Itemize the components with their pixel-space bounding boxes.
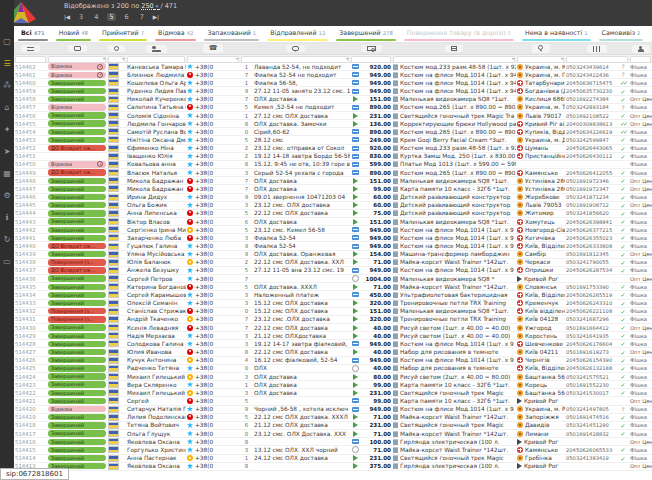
filter-input-phone-column[interactable]: ▾ [187,56,239,63]
order-total: 151.00 [361,95,392,103]
tab-4[interactable]: Відмова42 [151,26,200,42]
phone-column[interactable]: ☎ [186,43,240,54]
filter-input-order-id-column[interactable] [15,56,46,63]
filter-input-product-column[interactable]: ▾ [393,56,515,63]
status-badge: Завершений [48,381,106,387]
address-column[interactable] [516,43,565,54]
phone-cell: +38(0 [186,169,240,177]
reports-icon[interactable]: ▦ [0,162,14,184]
chevron-down-icon: ▾ [156,3,159,9]
tracking-number: 20450626398841 [565,217,617,225]
calls-count: 8 [240,120,253,128]
tab-5[interactable]: Запакований1 [200,26,263,42]
filter-input-customer-column[interactable] [127,56,185,63]
customers-icon[interactable]: ⁂ [0,74,14,96]
ukrposhta-icon [517,178,523,184]
filter-input-manager-column[interactable] [630,56,651,63]
cart-icon[interactable]: ✦ [0,118,14,140]
pager-page-3[interactable]: 3 [77,13,85,21]
manager-note: ОЛХ доставка [253,185,350,193]
product-name: Платье Мод 1013 (1шт. x 599.00 = 599 [400,161,516,167]
amount-column[interactable] [350,43,392,54]
manager-note: ОЛХ доставка [253,95,350,103]
filter-input-status-column[interactable]: ▾ [48,56,106,63]
ukraine-flag-icon [108,226,119,233]
order-id-column[interactable] [14,43,47,54]
orders-icon[interactable]: ☰ [0,52,14,74]
page-size-dropdown[interactable]: 250 ▾ [141,2,160,10]
pager-last-icon[interactable]: ▶| [153,14,159,20]
comment-column[interactable] [240,43,350,54]
phone-cell: +38(0 [186,234,240,242]
pager-first-icon[interactable]: |◀ [64,14,70,20]
pager-page-5[interactable]: 5 [107,13,115,21]
filter-input-address-column[interactable]: ▾ [517,56,564,63]
filter-cell-call-column: ▾ [107,55,126,62]
product-cell: Костюм на флисе Мод.1014 (1шт. x 9 [392,266,516,274]
tracking-number: 0503241451290 [565,421,617,429]
phone-number: +38(0 [195,72,213,78]
product-name: Костюм мод.265 (1шт. x 890.00 = 890.00) [400,104,516,110]
ukraine-flag-icon [108,128,119,135]
filter-input-tracking-column[interactable] [566,56,628,63]
tab-9[interactable]: Нема в наявності1 [518,26,595,42]
address-cell: Коростень [516,332,565,340]
tab-underline [56,39,91,41]
tracking-column[interactable] [565,43,629,54]
tab-1[interactable]: Всі471 [14,26,52,42]
payments-icon[interactable]: ▭ [0,250,14,272]
campaigns-icon[interactable]: ➤ [0,140,14,162]
filter-input-comment-column[interactable]: ▾ [241,56,349,63]
tab-10[interactable]: Самовивіз2 [595,26,648,42]
sync-icon[interactable]: ↻ [0,228,14,250]
product-cell: Костюм мод.233 разм.48-58 (1шт. x 920.00 [392,63,516,71]
status-cell: Завершений [47,128,107,136]
country-cell [107,454,126,462]
product-column[interactable] [392,43,516,54]
table-row[interactable]: 514413ЗавершенийЯковлева Оксана+38(08375… [14,463,652,471]
tab-8[interactable]: Повернення товару (в дорозі)0 [400,26,518,42]
product-cell: Светящийся гоночный трек Magic [392,421,516,429]
status-badge: Завершений [48,447,106,453]
calls-count: 6 [240,217,253,225]
phone-number: +38(0 [195,398,213,404]
pager-page-7[interactable]: 7 [138,13,146,21]
vodafone-icon [187,235,193,241]
tab-3[interactable]: Прийнятий7 [95,26,151,42]
filter-input-call-column[interactable]: ▾ [108,56,125,63]
tab-6[interactable]: Відправлений12 [263,26,332,42]
check-icon: ✓ [617,283,629,291]
product-name: Гирлянда электрическая (100 л. [400,463,499,469]
delivery-address: Київ, Відділення 8 [525,292,565,298]
info-icon[interactable]: ℹ [0,206,14,228]
phone-cell: +38(0 [186,87,240,95]
ukraine-flag-icon [108,463,119,470]
order-total: 40.00 [361,348,392,356]
product-cell: Маленькая видеокамера SQ8 * [392,275,516,283]
call-column[interactable] [107,43,126,54]
delivery-address: Давидів [525,422,549,428]
pager-page-4[interactable]: 4 [92,13,100,21]
filter-input-amount-column[interactable] [351,56,391,63]
ukraine-flag-icon [108,406,119,413]
tab-7[interactable]: Завершений278 [332,26,400,42]
status-badge: ДО Возврат ож... [48,267,106,273]
status-column[interactable] [47,43,107,54]
tab-11[interactable]: Сервіси0 [647,26,652,42]
order-id: 514453 [14,136,47,144]
product-name: Светящийся гоночный трек Magic [400,422,504,428]
manager-column[interactable] [629,43,652,54]
customer-column[interactable] [126,43,186,54]
phone-number: +38(0 [195,325,213,331]
country-cell [107,291,126,299]
product-box-icon [393,153,398,159]
dashboard-icon[interactable]: ▢ [0,30,14,52]
shop-icon[interactable]: ⌂ [0,96,14,118]
integrations-icon[interactable]: ⚙ [0,184,14,206]
pager-page-6[interactable]: 6 [123,13,131,21]
status-badge: Завершений [48,292,106,298]
client-tag: Фішка [629,160,652,168]
tab-2[interactable]: Новий48 [52,26,95,42]
phone-cell: +38(0 [186,250,240,258]
delivery-address: Запоріжжя [525,414,559,420]
